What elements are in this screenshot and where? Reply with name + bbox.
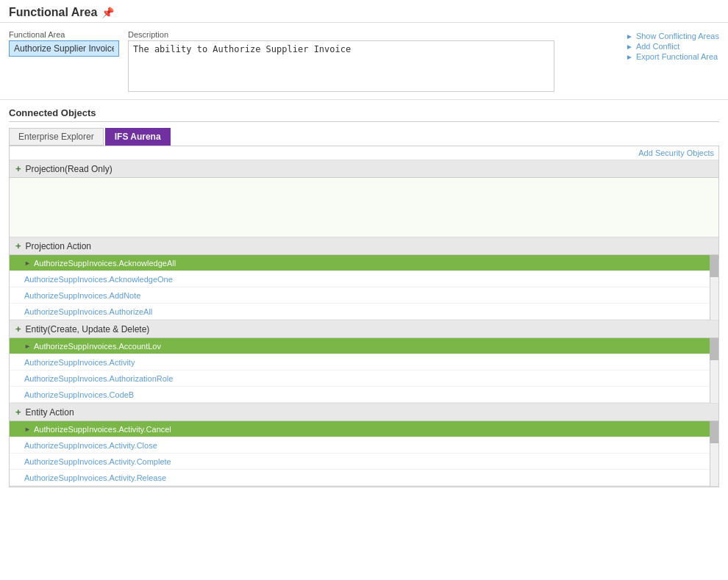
row-expand-icon-9: ►: [24, 426, 31, 433]
entity-action-header: + Entity Action: [10, 404, 718, 421]
row-text-5[interactable]: AuthorizeSuppInvoices.AccountLov: [34, 342, 161, 351]
entity-action-scrollbar-thumb: [710, 421, 718, 443]
page-header: Functional Area 📌: [0, 0, 728, 23]
entity-crud-items: ► AuthorizeSuppInvoices.AccountLov Autho…: [10, 338, 718, 403]
tab-enterprise-explorer[interactable]: Enterprise Explorer: [9, 128, 104, 146]
form-section: Functional Area Description The ability …: [0, 23, 728, 100]
table-row[interactable]: AuthorizeSuppInvoices.AddNote: [10, 287, 718, 304]
row-text-10[interactable]: AuthorizeSuppInvoices.Activity.Close: [24, 441, 157, 450]
tab-ifs-aurena[interactable]: IFS Aurena: [105, 128, 171, 146]
row-text-4[interactable]: AuthorizeSuppInvoices.AuthorizeAll: [24, 307, 152, 316]
show-conflicting-label: Show Conflicting Areas: [636, 32, 719, 40]
projection-readonly-section: + Projection(Read Only): [10, 160, 718, 237]
connected-objects-title: Connected Objects: [9, 107, 719, 122]
add-conflict-link[interactable]: ► Add Conflict: [626, 42, 679, 51]
row-text-1[interactable]: AuthorizeSuppInvoices.AcknowledgeAll: [34, 259, 176, 268]
functional-area-input[interactable]: [9, 40, 119, 57]
add-security-objects-link[interactable]: Add Security Objects: [638, 148, 714, 157]
table-row[interactable]: AuthorizeSuppInvoices.Activity.Complete: [10, 454, 718, 470]
projection-action-scrollbar-thumb: [710, 255, 718, 277]
projection-action-header: + Projection Action: [10, 237, 718, 255]
bullet-1: ►: [626, 32, 633, 40]
table-row[interactable]: ► AuthorizeSuppInvoices.Activity.Cancel: [10, 421, 718, 437]
table-row[interactable]: AuthorizeSuppInvoices.Activity: [10, 354, 718, 370]
show-conflicting-link[interactable]: ► Show Conflicting Areas: [626, 32, 719, 40]
entity-action-scrollbar[interactable]: [710, 421, 718, 486]
entity-crud-label: Entity(Create, Update & Delete): [26, 324, 150, 334]
table-row[interactable]: AuthorizeSuppInvoices.AcknowledgeOne: [10, 271, 718, 287]
projection-action-plus[interactable]: +: [15, 240, 21, 251]
entity-action-plus[interactable]: +: [15, 407, 21, 418]
projection-readonly-empty: [10, 178, 718, 237]
export-functional-label: Export Functional Area: [636, 52, 718, 61]
projection-readonly-plus[interactable]: +: [15, 163, 21, 174]
entity-crud-list: ► AuthorizeSuppInvoices.AccountLov Autho…: [10, 338, 718, 403]
row-expand-icon-1: ►: [24, 259, 31, 267]
functional-area-label: Functional Area: [9, 30, 119, 39]
description-field: Description The ability to Authorize Sup…: [128, 30, 554, 92]
tab-content: Add Security Objects + Projection(Read O…: [9, 146, 719, 487]
projection-action-items: ► AuthorizeSuppInvoices.AcknowledgeAll A…: [10, 255, 718, 320]
pin-icon[interactable]: 📌: [101, 7, 114, 18]
form-actions: ► Show Conflicting Areas ► Add Conflict …: [626, 30, 719, 61]
table-row[interactable]: AuthorizeSuppInvoices.Activity.Close: [10, 437, 718, 454]
entity-crud-header: + Entity(Create, Update & Delete): [10, 321, 718, 338]
row-text-12[interactable]: AuthorizeSuppInvoices.Activity.Release: [24, 473, 166, 482]
table-row[interactable]: AuthorizeSuppInvoices.AuthorizeAll: [10, 304, 718, 320]
table-row[interactable]: ► AuthorizeSuppInvoices.AcknowledgeAll: [10, 255, 718, 271]
projection-readonly-label: Projection(Read Only): [26, 164, 113, 174]
table-row[interactable]: ► AuthorizeSuppInvoices.AccountLov: [10, 338, 718, 354]
row-expand-icon-5: ►: [24, 343, 31, 350]
table-row[interactable]: AuthorizeSuppInvoices.CodeB: [10, 387, 718, 403]
connected-objects-section: Connected Objects Enterprise Explorer IF…: [0, 100, 728, 487]
row-text-11[interactable]: AuthorizeSuppInvoices.Activity.Complete: [24, 457, 171, 466]
add-conflict-label: Add Conflict: [636, 42, 679, 51]
bullet-2: ►: [626, 43, 633, 51]
row-text-9[interactable]: AuthorizeSuppInvoices.Activity.Cancel: [34, 425, 171, 434]
entity-action-section: + Entity Action ► AuthorizeSuppInvoices.…: [10, 404, 718, 487]
row-text-7[interactable]: AuthorizeSuppInvoices.AuthorizationRole: [24, 374, 173, 383]
description-label: Description: [128, 30, 554, 39]
projection-action-label: Projection Action: [26, 241, 91, 251]
description-textarea[interactable]: The ability to Authorize Supplier Invoic…: [128, 40, 554, 92]
entity-crud-section: + Entity(Create, Update & Delete) ► Auth…: [10, 321, 718, 404]
table-row[interactable]: AuthorizeSuppInvoices.AuthorizationRole: [10, 370, 718, 387]
entity-crud-scrollbar-thumb: [710, 338, 718, 360]
export-functional-link[interactable]: ► Export Functional Area: [626, 52, 718, 61]
row-text-8[interactable]: AuthorizeSuppInvoices.CodeB: [24, 390, 134, 399]
row-text-2[interactable]: AuthorizeSuppInvoices.AcknowledgeOne: [24, 275, 173, 284]
entity-action-label: Entity Action: [26, 407, 74, 418]
functional-area-field: Functional Area: [9, 30, 119, 92]
form-left: Functional Area Description The ability …: [9, 30, 617, 92]
projection-action-list: ► AuthorizeSuppInvoices.AcknowledgeAll A…: [10, 255, 718, 320]
projection-action-section: + Projection Action ► AuthorizeSuppInvoi…: [10, 237, 718, 321]
entity-action-list: ► AuthorizeSuppInvoices.Activity.Cancel …: [10, 421, 718, 486]
row-text-6[interactable]: AuthorizeSuppInvoices.Activity: [24, 358, 135, 367]
projection-action-scrollbar[interactable]: [710, 255, 718, 320]
page-title: Functional Area: [9, 6, 97, 19]
row-text-3[interactable]: AuthorizeSuppInvoices.AddNote: [24, 291, 140, 300]
entity-crud-plus[interactable]: +: [15, 323, 21, 334]
bullet-3: ►: [626, 53, 633, 61]
projection-readonly-header: + Projection(Read Only): [10, 160, 718, 178]
tabs-row: Enterprise Explorer IFS Aurena: [9, 128, 719, 146]
entity-action-items: ► AuthorizeSuppInvoices.Activity.Cancel …: [10, 421, 718, 486]
table-row[interactable]: AuthorizeSuppInvoices.Activity.Release: [10, 470, 718, 486]
entity-crud-scrollbar[interactable]: [710, 338, 718, 403]
add-security-row: Add Security Objects: [10, 146, 718, 160]
